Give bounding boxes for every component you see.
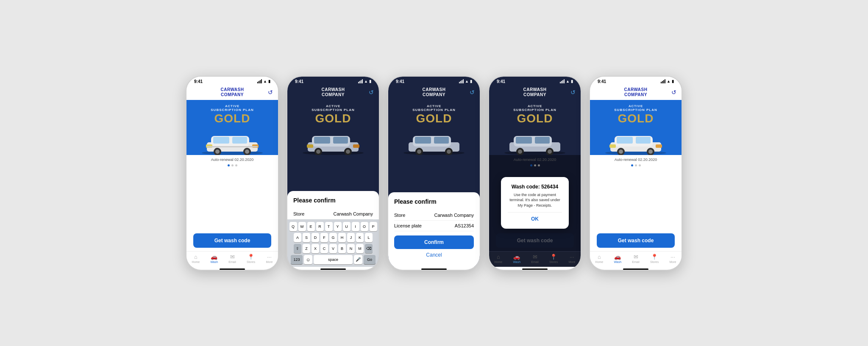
home-bar-3 (421, 268, 447, 270)
svg-point-18 (316, 149, 320, 154)
auto-renewal-5: Auto-renewal 02.20.2020 (590, 155, 682, 163)
tab-email-4[interactable]: ✉Email (531, 254, 539, 263)
key-backspace[interactable]: ⌫ (365, 244, 373, 253)
key-b[interactable]: B (338, 244, 346, 253)
tab-more-5[interactable]: ···More (669, 254, 676, 263)
key-s[interactable]: S (303, 233, 310, 242)
key-emoji[interactable]: ☺ (304, 255, 312, 264)
refresh-icon-1[interactable]: ↺ (268, 89, 273, 96)
cancel-btn-3[interactable]: Cancel (394, 249, 474, 261)
hero-car-1 (192, 125, 273, 155)
key-u[interactable]: U (343, 222, 351, 231)
alert-area-4: Auto-renewal 02.20.2020 Get wash code Wa… (489, 155, 581, 251)
navbar-5: CARWASHCOMPANY ↺ (590, 85, 682, 100)
app-title-3: CARWASHCOMPANY (423, 87, 446, 97)
tab-bar-5: ⌂Home 🚗Wash ✉Email 📍Stores ···More (590, 251, 682, 267)
key-o[interactable]: O (361, 222, 368, 231)
tab-stores-5[interactable]: 📍Stores (650, 254, 659, 263)
phone-4: 9:41 ▲ ▮ CARWASHCOMPANY ↺ ACTIVE SUBSCRI… (488, 76, 581, 271)
tab-home-4[interactable]: ⌂Home (495, 254, 503, 263)
key-c[interactable]: C (320, 244, 328, 253)
key-d[interactable]: D (312, 233, 319, 242)
signal-icon-1 (257, 79, 262, 83)
key-123[interactable]: 123 (291, 255, 303, 264)
alert-ok-btn-4[interactable]: OK (508, 212, 562, 222)
key-y[interactable]: Y (334, 222, 342, 231)
tab-stores-1[interactable]: 📍Stores (247, 254, 255, 263)
hero-banner-5: ACTIVE SUBSCRIPTION PLAN GOLD (590, 100, 682, 155)
key-g[interactable]: G (329, 233, 337, 242)
key-j[interactable]: J (347, 233, 355, 242)
key-z[interactable]: Z (303, 244, 310, 253)
key-mic[interactable]: 🎤 (354, 255, 362, 264)
tab-wash-1[interactable]: 🚗Wash (210, 254, 218, 263)
key-x[interactable]: X (312, 244, 319, 253)
tab-stores-4[interactable]: 📍Stores (549, 254, 558, 263)
key-m[interactable]: M (356, 244, 364, 253)
key-i[interactable]: I (352, 222, 359, 231)
tab-wash-4[interactable]: 🚗Wash (513, 254, 520, 263)
key-v[interactable]: V (329, 244, 337, 253)
key-p[interactable]: P (370, 222, 377, 231)
signal-icon-5 (661, 79, 665, 83)
refresh-icon-4[interactable]: ↺ (570, 89, 576, 96)
tab-more-1[interactable]: ···More (266, 254, 273, 263)
key-space[interactable]: space (314, 255, 353, 264)
key-n[interactable]: N (347, 244, 355, 253)
tab-email-5[interactable]: ✉Email (632, 254, 640, 263)
battery-icon-1: ▮ (268, 79, 270, 83)
wifi-icon-3: ▲ (465, 79, 469, 83)
auto-renewal-1: Auto-renewal 02.20.2020 (186, 155, 278, 163)
app-title-4: CARWASHCOMPANY (523, 87, 547, 97)
home-bar-4 (522, 268, 548, 270)
key-t[interactable]: T (325, 222, 333, 231)
dot-5-1 (631, 164, 633, 166)
tab-more-4[interactable]: ···More (568, 254, 575, 263)
wifi-icon-4: ▲ (566, 79, 570, 83)
svg-rect-45 (636, 137, 651, 144)
get-wash-btn-5[interactable]: Get wash code (597, 233, 675, 248)
status-icons-2: ▲ ▮ (358, 79, 371, 83)
tab-email-1[interactable]: ✉Email (228, 254, 236, 263)
svg-point-31 (447, 149, 451, 154)
key-f[interactable]: F (320, 233, 328, 242)
modal-row-store-2: Store Carwash Company (293, 209, 373, 219)
key-k[interactable]: K (356, 233, 364, 242)
key-h[interactable]: H (338, 233, 346, 242)
time-3: 9:41 (396, 79, 404, 84)
home-bar-5 (623, 268, 648, 270)
tab-home-1[interactable]: ⌂Home (192, 254, 200, 263)
modal-container-2: Please confirm Store Carwash Company Lic… (287, 155, 379, 267)
confirm-btn-3[interactable]: Confirm (394, 235, 474, 249)
wifi-icon-2: ▲ (364, 79, 368, 83)
refresh-icon-5[interactable]: ↺ (671, 89, 676, 96)
phone-2: 9:41 ▲ ▮ CARWASHCOMPANY ↺ ACTIVE SUBSCRI… (287, 76, 380, 271)
status-bar-4: 9:41 ▲ ▮ (489, 77, 581, 85)
confirm-area-3: Please confirm Store Carwash Company Lic… (388, 192, 480, 267)
key-w[interactable]: W (298, 222, 306, 231)
hero-banner-3: ACTIVE SUBSCRIPTION PLAN GOLD (388, 100, 480, 192)
svg-rect-27 (434, 137, 449, 144)
svg-point-29 (417, 149, 421, 154)
tab-home-5[interactable]: ⌂Home (595, 254, 604, 263)
hero-plan-name-3: GOLD (393, 113, 475, 125)
key-e[interactable]: E (307, 222, 315, 231)
time-1: 9:41 (194, 79, 203, 84)
key-go[interactable]: Go (364, 255, 376, 264)
key-q[interactable]: Q (289, 222, 297, 231)
status-icons-1: ▲ ▮ (257, 79, 270, 83)
hero-active-4: ACTIVE (494, 104, 576, 108)
phone-3: 9:41 ▲ ▮ CARWASHCOMPANY ↺ ACTIVE SUBSCRI… (387, 76, 481, 271)
modal-label-plate-3: License plate (394, 223, 422, 228)
key-shift[interactable]: ⇧ (294, 244, 301, 253)
refresh-icon-3[interactable]: ↺ (470, 89, 475, 96)
battery-icon-5: ▮ (672, 79, 674, 83)
refresh-icon-2[interactable]: ↺ (369, 89, 374, 96)
tab-wash-5[interactable]: 🚗Wash (614, 254, 621, 263)
dot-1-3 (235, 164, 237, 166)
key-l[interactable]: L (365, 233, 373, 242)
svg-rect-21 (307, 144, 313, 148)
key-r[interactable]: R (316, 222, 324, 231)
get-wash-btn-1[interactable]: Get wash code (193, 233, 271, 248)
key-a[interactable]: A (294, 233, 301, 242)
